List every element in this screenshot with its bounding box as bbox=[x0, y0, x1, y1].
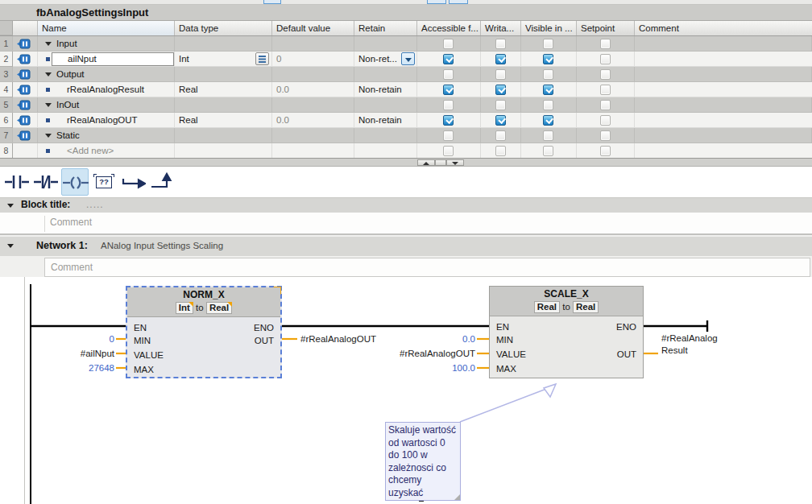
data-type-cell[interactable]: Real bbox=[175, 113, 272, 128]
contact-no-button[interactable] bbox=[3, 168, 31, 196]
data-type-cell[interactable]: Real bbox=[175, 82, 272, 97]
header-visible[interactable]: Visible in ... bbox=[521, 21, 577, 35]
contact-nc-button[interactable] bbox=[32, 168, 60, 196]
operand-norm-out[interactable]: #rRealAnalogOUT bbox=[300, 334, 376, 345]
checkbox-visible[interactable] bbox=[543, 146, 553, 156]
checkbox-accessible[interactable] bbox=[443, 115, 454, 126]
default-value-cell[interactable]: 0 bbox=[272, 52, 354, 67]
name-cell[interactable]: Static bbox=[38, 128, 175, 143]
default-value-cell[interactable]: 0.0 bbox=[272, 113, 354, 128]
operand-norm-min[interactable]: 0 bbox=[48, 334, 114, 345]
block-title-value[interactable]: ..... bbox=[86, 199, 104, 210]
table-row[interactable]: 6 rRealAnalogOUT Real 0.0 Non-retain bbox=[0, 113, 812, 128]
checkbox-accessible[interactable] bbox=[443, 54, 454, 64]
checkbox-setpoint[interactable] bbox=[600, 115, 611, 126]
callout-resize-handle[interactable] bbox=[454, 494, 460, 500]
retain-cell[interactable]: Non-ret... bbox=[354, 52, 417, 67]
table-row[interactable]: 5 InOut bbox=[0, 97, 812, 113]
checkbox-accessible[interactable] bbox=[443, 100, 454, 110]
port-en[interactable]: EN bbox=[496, 322, 509, 333]
table-row[interactable]: 3 Output bbox=[0, 67, 812, 82]
retain-dropdown-button[interactable] bbox=[401, 52, 415, 65]
operand-scale-value[interactable]: #rRealAnalogOUT bbox=[379, 349, 475, 359]
checkbox-accessible[interactable] bbox=[443, 146, 454, 156]
checkbox-setpoint[interactable] bbox=[600, 54, 611, 64]
operand-norm-max[interactable]: 27648 bbox=[48, 363, 114, 374]
operand-scale-min[interactable]: 0.0 bbox=[379, 334, 475, 345]
port-out[interactable]: OUT bbox=[255, 336, 274, 346]
checkbox-setpoint[interactable] bbox=[600, 39, 611, 49]
block-header[interactable]: SCALE_X Real to Real bbox=[490, 287, 643, 316]
data-type-cell[interactable]: Int bbox=[175, 52, 272, 67]
name-cell[interactable]: ailNput bbox=[38, 52, 175, 67]
header-data-type[interactable]: Data type bbox=[175, 21, 272, 35]
checkbox-setpoint[interactable] bbox=[600, 69, 611, 80]
checkbox-writable[interactable] bbox=[495, 115, 506, 126]
type-in-box[interactable]: Real bbox=[534, 301, 560, 313]
type-out-box[interactable]: Real bbox=[206, 302, 232, 314]
port-eno[interactable]: ENO bbox=[254, 323, 274, 333]
checkbox-visible[interactable] bbox=[543, 100, 553, 110]
checkbox-accessible[interactable] bbox=[443, 130, 454, 141]
name-cell[interactable]: Output bbox=[38, 67, 175, 82]
checkbox-visible[interactable] bbox=[543, 85, 553, 95]
port-max[interactable]: MAX bbox=[134, 365, 154, 375]
empty-box-button[interactable]: ?? bbox=[90, 168, 118, 196]
close-branch-button[interactable] bbox=[148, 168, 176, 196]
checkbox-visible[interactable] bbox=[543, 115, 553, 126]
checkbox-writable[interactable] bbox=[495, 130, 506, 141]
checkbox-writable[interactable] bbox=[495, 85, 506, 95]
port-max[interactable]: MAX bbox=[496, 364, 516, 374]
checkbox-writable[interactable] bbox=[495, 69, 506, 80]
header-name[interactable]: Name bbox=[38, 21, 175, 35]
checkbox-setpoint[interactable] bbox=[600, 146, 611, 156]
checkbox-writable[interactable] bbox=[495, 100, 506, 110]
table-row[interactable]: 4 rRealAnalogResult Real 0.0 Non-retain bbox=[0, 82, 812, 97]
checkbox-accessible[interactable] bbox=[443, 69, 454, 80]
open-branch-button[interactable] bbox=[119, 168, 147, 196]
table-row[interactable]: 7 Static bbox=[0, 128, 812, 143]
block-comment-field[interactable]: Comment bbox=[0, 213, 812, 235]
retain-cell[interactable]: Non-retain bbox=[354, 113, 417, 128]
port-min[interactable]: MIN bbox=[134, 336, 151, 346]
checkbox-accessible[interactable] bbox=[443, 39, 454, 49]
port-out[interactable]: OUT bbox=[617, 349, 636, 360]
collapse-caret-icon[interactable] bbox=[7, 204, 14, 208]
network-comment-callout[interactable]: Skaluje wartość od wartosci 0 do 100 w z… bbox=[385, 422, 461, 501]
name-edit-field[interactable]: ailNput bbox=[52, 52, 174, 66]
collapse-caret-icon[interactable] bbox=[45, 134, 52, 138]
header-writable[interactable]: Writa... bbox=[481, 21, 521, 35]
type-out-box[interactable]: Real bbox=[573, 301, 599, 313]
operand-scale-out[interactable]: #rRealAnalog Result bbox=[661, 333, 718, 357]
operand-norm-value[interactable]: #ailNput bbox=[48, 349, 114, 359]
checkbox-visible[interactable] bbox=[543, 130, 553, 141]
default-value-cell[interactable]: 0.0 bbox=[272, 82, 354, 97]
splitter-collapse-up-button[interactable] bbox=[417, 159, 435, 166]
header-comment[interactable]: Comment bbox=[635, 21, 812, 35]
header-default-value[interactable]: Default value bbox=[272, 21, 354, 35]
retain-cell[interactable]: Non-retain bbox=[354, 82, 417, 97]
header-setpoint[interactable]: Setpoint bbox=[577, 21, 635, 35]
header-retain[interactable]: Retain bbox=[354, 21, 417, 35]
collapse-caret-icon[interactable] bbox=[45, 103, 52, 107]
add-new-placeholder[interactable]: <Add new> bbox=[67, 143, 114, 159]
checkbox-writable[interactable] bbox=[495, 54, 506, 64]
type-in-box[interactable]: Int bbox=[176, 302, 193, 314]
table-row[interactable]: 2 ailNput Int 0 Non-ret... bbox=[0, 52, 812, 67]
pane-splitter[interactable] bbox=[0, 159, 812, 167]
checkbox-setpoint[interactable] bbox=[600, 100, 611, 110]
port-en[interactable]: EN bbox=[134, 323, 147, 333]
checkbox-writable[interactable] bbox=[495, 39, 506, 49]
checkbox-visible[interactable] bbox=[543, 39, 553, 49]
checkbox-setpoint[interactable] bbox=[600, 85, 611, 95]
block-header[interactable]: NORM_X Int to Real bbox=[127, 287, 280, 317]
network-title[interactable]: ANalog Input Settings Scaling bbox=[101, 241, 223, 250]
name-cell[interactable]: Input bbox=[38, 36, 175, 52]
network-comment-field[interactable]: Comment bbox=[44, 258, 810, 277]
checkbox-writable[interactable] bbox=[495, 146, 506, 156]
scale-x-block[interactable]: SCALE_X Real to Real EN MIN VALUE MAX EN… bbox=[489, 286, 644, 378]
norm-x-block[interactable]: NORM_X Int to Real EN MIN VALUE MAX ENO … bbox=[126, 286, 282, 378]
header-accessible[interactable]: Accessible f... bbox=[417, 21, 481, 35]
operand-scale-max[interactable]: 100.0 bbox=[379, 363, 475, 374]
table-row[interactable]: 8 <Add new> bbox=[0, 143, 812, 159]
